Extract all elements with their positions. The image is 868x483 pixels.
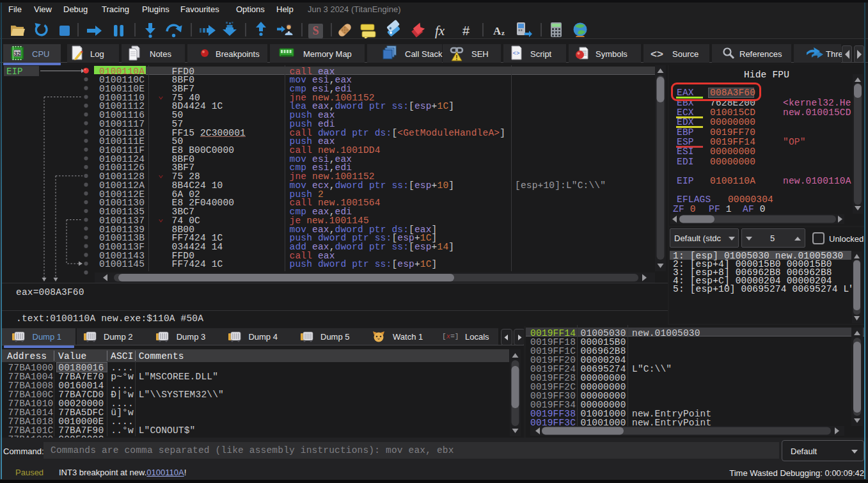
- svg-text:fx: fx: [435, 23, 445, 38]
- svg-text:A: A: [493, 25, 501, 37]
- svg-text:S: S: [312, 24, 319, 37]
- svg-text:!: !: [455, 54, 457, 61]
- svg-text:32: 32: [14, 51, 20, 57]
- svg-text:#: #: [462, 24, 470, 38]
- svg-text:<>: <>: [513, 51, 520, 57]
- svg-text:<>: <>: [651, 48, 663, 60]
- svg-text:EIP: EIP: [6, 67, 23, 77]
- svg-text:z: z: [501, 29, 505, 36]
